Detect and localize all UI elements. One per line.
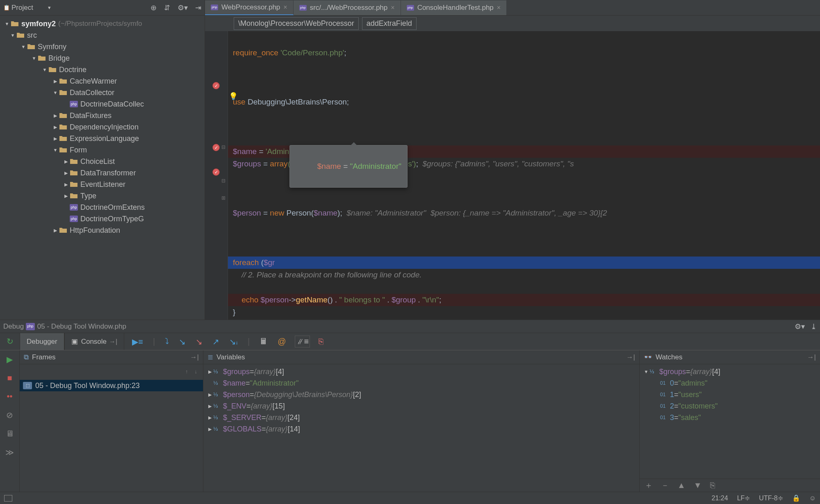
chevron-right-icon[interactable]	[62, 159, 70, 164]
variable-row[interactable]: ⅓$name = "Administrator"	[203, 377, 639, 389]
chevron-down-icon[interactable]	[52, 148, 59, 152]
pin-icon[interactable]: ⎘	[317, 336, 325, 347]
fold-expand-icon[interactable]: ⊞	[221, 195, 226, 201]
chevron-down-icon[interactable]	[41, 67, 48, 72]
tool-windows-icon[interactable]	[4, 495, 12, 502]
variable-row[interactable]: ⅓$_ENV = {array} [15]	[203, 400, 639, 412]
editor-tab[interactable]: phpsrc/.../WebProcessor.php×	[294, 0, 401, 15]
copy-icon[interactable]: ⎘	[710, 481, 715, 490]
remove-watch-icon[interactable]: －	[661, 480, 669, 491]
resume-icon[interactable]: ▶	[7, 354, 13, 364]
chevron-down-icon[interactable]	[3, 21, 11, 26]
tree-item[interactable]: ExpressionLanguage	[0, 133, 205, 144]
chevron-down-icon[interactable]	[52, 90, 59, 95]
rerun-icon[interactable]: ↻	[7, 336, 14, 346]
line-separator[interactable]: LF≑	[737, 494, 750, 502]
watch-item-row[interactable]: 012 = "customers"	[640, 400, 820, 412]
breadcrumb-item[interactable]: addExtraField	[362, 17, 417, 30]
variable-row[interactable]: ⅓$_SERVER = {array} [24]	[203, 412, 639, 423]
step-out-icon[interactable]: ↗	[211, 336, 221, 348]
code-editor[interactable]: require_once 'Code/Person.php'; use Debu…	[228, 31, 820, 320]
chevron-right-icon[interactable]	[62, 182, 70, 187]
hide-icon[interactable]: ⇥	[195, 3, 201, 12]
chevron-right-icon[interactable]	[207, 369, 213, 375]
tree-item[interactable]: DependencyInjection	[0, 121, 205, 133]
tree-item[interactable]: DataTransformer	[0, 167, 205, 179]
tree-item[interactable]: Bridge	[0, 52, 205, 64]
tree-item[interactable]: Form	[0, 144, 205, 156]
tree-item[interactable]: DataCollector	[0, 87, 205, 98]
variable-row[interactable]: ⅓$person = {Debugging\JetBrains\Person} …	[203, 389, 639, 400]
tree-item[interactable]: CacheWarmer	[0, 75, 205, 87]
tab-debugger[interactable]: Debugger	[20, 333, 64, 350]
chevron-down-icon[interactable]	[9, 33, 16, 38]
gear-icon[interactable]: ⚙▾	[178, 3, 188, 12]
project-dropdown[interactable]: ▾	[48, 5, 51, 11]
stop-icon[interactable]: ■	[7, 373, 12, 383]
step-into-icon[interactable]: ↘	[178, 336, 187, 348]
breadcrumb-item[interactable]: \Monolog\Processor\WebProcessor	[234, 17, 359, 30]
tree-item[interactable]: DataFixtures	[0, 110, 205, 121]
step-over-icon[interactable]: ⤵	[164, 336, 170, 347]
download-icon[interactable]: ⤓	[811, 322, 817, 331]
tree-root[interactable]: symfony2 (~/PhpstormProjects/symfo	[0, 18, 205, 30]
gear-icon[interactable]: ⚙▾	[795, 322, 805, 331]
tab-console[interactable]: ▣Console→|	[64, 333, 125, 350]
inspections-icon[interactable]: ☺	[809, 495, 816, 502]
arrow-right-icon[interactable]: →|	[626, 353, 635, 361]
add-watch-icon[interactable]: ＋	[645, 480, 653, 491]
tree-item[interactable]: phpDoctrineOrmTypeG	[0, 213, 205, 225]
tree-item[interactable]: src	[0, 30, 205, 41]
close-icon[interactable]: ×	[283, 4, 287, 11]
chevron-right-icon[interactable]	[207, 415, 213, 420]
variable-row[interactable]: ⅓$GLOBALS = {array} [14]	[203, 423, 639, 435]
chevron-right-icon[interactable]	[52, 113, 59, 118]
fold-marker[interactable]: ⊟	[221, 178, 226, 184]
collapse-icon[interactable]: ⇵	[164, 3, 170, 12]
frame-down-icon[interactable]: ↓	[195, 368, 198, 375]
close-icon[interactable]: ×	[497, 4, 501, 11]
tree-item[interactable]: Symfony	[0, 41, 205, 52]
evaluate-expression-icon[interactable]: 🖩	[258, 336, 269, 347]
chevron-right-icon[interactable]	[52, 136, 59, 141]
breakpoint-icon[interactable]	[212, 168, 220, 176]
chevron-down-icon[interactable]	[643, 369, 649, 374]
view-breakpoints-icon[interactable]: ••	[7, 392, 12, 401]
chevron-right-icon[interactable]	[62, 193, 70, 199]
locate-icon[interactable]: ⊕	[150, 3, 157, 12]
tree-item[interactable]: phpDoctrineDataCollec	[0, 98, 205, 110]
show-execution-point-icon[interactable]: ▶≡	[131, 336, 144, 348]
close-icon[interactable]: ×	[391, 4, 394, 11]
mute-breakpoints-icon[interactable]: ⊘	[6, 410, 13, 420]
chevron-down-icon[interactable]	[20, 44, 27, 49]
arrow-right-icon[interactable]: →|	[190, 353, 199, 361]
chevron-right-icon[interactable]	[207, 392, 213, 397]
caret-position[interactable]: 21:24	[712, 495, 728, 502]
breakpoint-icon[interactable]	[212, 82, 220, 89]
frame-up-icon[interactable]: ↑	[185, 368, 188, 375]
settings-icon[interactable]: ⫽≡	[295, 336, 310, 347]
run-to-cursor-icon[interactable]: ↘ᵢ	[228, 336, 239, 348]
editor-tab[interactable]: phpConsoleHandlerTest.php×	[401, 0, 507, 15]
tree-item[interactable]: Type	[0, 190, 205, 202]
move-down-icon[interactable]: ▼	[694, 481, 702, 490]
editor-body[interactable]: ⊟ ⊟ ⊞ 💡 require_once 'Code/Person.php'; …	[205, 31, 820, 320]
frame-row[interactable]: ⬚ 05 - Debug Tool Window.php:23	[20, 380, 203, 391]
arrow-right-icon[interactable]: →|	[807, 353, 816, 361]
tree-item[interactable]: HttpFoundation	[0, 225, 205, 236]
chevron-right-icon[interactable]	[207, 427, 213, 432]
breakpoint-icon[interactable]	[212, 144, 220, 151]
chevron-right-icon[interactable]	[207, 404, 213, 409]
tree-item[interactable]: Doctrine	[0, 64, 205, 75]
more-icon[interactable]: ≫	[5, 447, 14, 457]
watch-row[interactable]: ⅓$groups = {array} [4]	[640, 366, 820, 377]
move-up-icon[interactable]: ▲	[677, 481, 686, 490]
tree-item[interactable]: phpDoctrineOrmExtens	[0, 202, 205, 213]
chevron-down-icon[interactable]	[30, 56, 38, 61]
tree-item[interactable]: EventListener	[0, 179, 205, 190]
variable-row[interactable]: ⅓$groups = {array} [4]	[203, 366, 639, 377]
restore-layout-icon[interactable]: 🖥	[6, 429, 14, 438]
file-encoding[interactable]: UTF-8≑	[759, 494, 783, 502]
gutter[interactable]: ⊟ ⊟ ⊞	[205, 31, 228, 320]
editor-tab[interactable]: phpWebProcessor.php×	[205, 0, 294, 15]
